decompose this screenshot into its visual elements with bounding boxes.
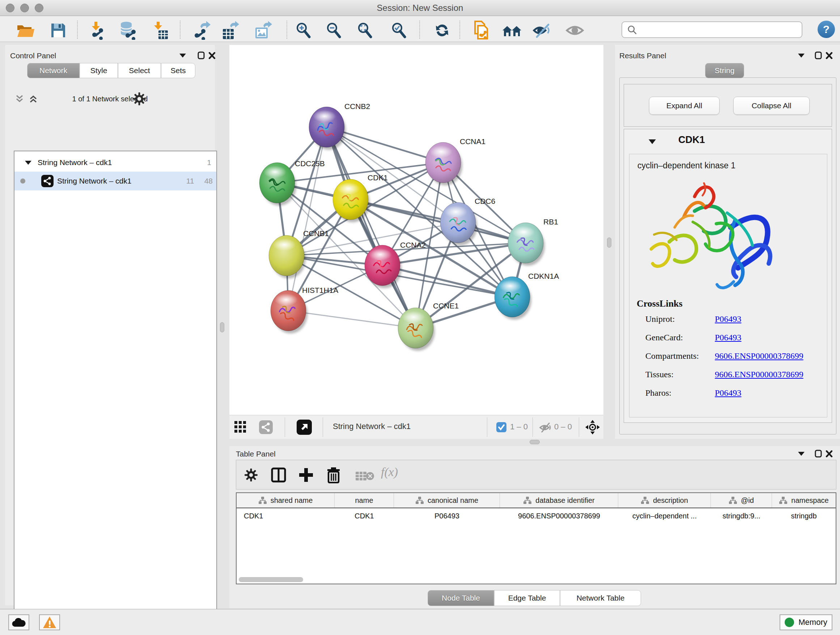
collection-collapse-icon[interactable] [25,160,32,165]
tab-node-table[interactable]: Node Table [428,590,494,606]
hidden-count-badge: 0 – 0 [554,422,572,432]
zoom-out-button[interactable] [324,20,344,41]
results-panel-collapse-icon[interactable] [797,53,805,58]
network-node-CCNA2[interactable]: CCNA2 [365,241,426,288]
network-node-CDKN1A[interactable]: CDKN1A [494,272,559,320]
table-panel-close-icon[interactable] [826,450,833,458]
tab-string[interactable]: String [705,63,744,78]
show-columns-icon[interactable] [271,467,286,483]
cell-namespace[interactable]: stringdb [772,509,836,523]
node-label-CCNA2: CCNA2 [400,241,426,249]
column-header-namespace[interactable]: namespace [772,493,836,508]
gene-collapse-icon[interactable] [648,139,657,144]
cell-id[interactable]: stringdb:9... [711,509,772,523]
duplicate-network-button[interactable] [470,20,491,41]
tab-network-table[interactable]: Network Table [560,590,641,606]
column-label: description [653,496,688,505]
node-label-CDK1: CDK1 [368,173,388,182]
cloud-status-button[interactable] [8,614,29,630]
window-title: Session: New Session [0,3,840,13]
bottom-split-handle[interactable] [530,440,540,444]
network-row[interactable]: String Network – cdk1 11 48 [14,172,216,190]
table-panel-collapse-icon[interactable] [797,451,805,456]
zoom-in-button[interactable] [293,20,314,41]
table-panel-float-icon[interactable] [815,450,822,458]
warnings-button[interactable] [39,614,60,630]
column-header-canonical-name[interactable]: canonical name [394,493,500,508]
left-split-handle[interactable] [220,322,224,333]
birds-eye-navigator-icon[interactable] [584,419,600,435]
collapse-all-button[interactable]: Collapse All [733,97,810,115]
network-node-CCNA1[interactable]: CCNA1 [425,137,485,185]
control-panel-float-icon[interactable] [197,51,205,59]
network-options-gear-icon[interactable] [133,92,146,106]
column-header-description[interactable]: description [618,493,711,508]
import-table-file-button[interactable] [149,20,170,41]
network-node-HIST1H1A[interactable]: HIST1H1A [271,286,338,333]
export-table-button[interactable] [220,20,241,41]
table-settings-gear-icon[interactable] [244,468,258,482]
column-header-shared-name[interactable]: shared name [237,493,335,508]
results-panel-close-icon[interactable] [826,51,833,59]
network-edge-CCNB2-HIST1H1A[interactable] [288,127,327,310]
import-network-database-button[interactable] [117,20,138,41]
table-horizontal-scrollbar[interactable] [239,577,303,582]
network-node-CCNB2[interactable]: CCNB2 [309,102,370,150]
save-session-button[interactable] [48,20,69,41]
hide-selected-button[interactable] [531,20,553,41]
tab-network[interactable]: Network [27,63,80,78]
tab-style[interactable]: Style [80,63,118,78]
delete-table-icon[interactable] [355,470,374,482]
delete-column-trash-icon[interactable] [326,467,341,483]
control-panel-close-icon[interactable] [208,51,216,59]
crosslink-uniprot-link[interactable]: P06493 [715,314,741,324]
zoom-selected-button[interactable] [388,20,409,41]
network-canvas[interactable]: CCNB2CCNA1CDC25BCDK1CDC6RB1CCNB1CCNA2CDK… [229,45,603,415]
export-network-button[interactable] [191,20,212,41]
help-button[interactable]: ? [818,21,835,38]
tab-sets[interactable]: Sets [161,63,195,78]
search-input[interactable] [640,22,802,37]
table-row[interactable]: CDK1 CDK1 P06493 9606.ENSP00000378699 cy… [237,509,836,523]
tab-edge-table[interactable]: Edge Table [494,590,560,606]
cell-name[interactable]: CDK1 [335,509,394,523]
export-image-button[interactable] [253,20,273,41]
grid-view-icon[interactable] [234,421,247,433]
network-edge-CCNB2-CCNE1[interactable] [327,127,416,328]
control-panel-collapse-icon[interactable] [179,53,187,58]
expand-all-button[interactable]: Expand All [649,97,720,115]
cell-description[interactable]: cyclin–dependent ... [618,509,711,523]
crosslink-tissues-link[interactable]: 9606.ENSP00000378699 [715,370,804,379]
results-panel-float-icon[interactable] [815,51,822,59]
crosslink-compartments-link[interactable]: 9606.ENSP00000378699 [715,351,804,361]
column-header-name[interactable]: name [335,493,394,508]
network-node-CDK1[interactable]: CDK1 [333,173,388,222]
right-split-handle[interactable] [607,238,611,248]
network-node-RB1[interactable]: RB1 [508,218,558,266]
crosslink-pharos-link[interactable]: P06493 [715,388,741,398]
open-session-button[interactable] [15,20,36,41]
detach-view-icon[interactable] [297,420,312,435]
collection-count: 1 [207,158,211,167]
share-view-icon[interactable] [259,420,273,434]
refresh-view-button[interactable] [432,20,453,41]
cell-shared-name[interactable]: CDK1 [237,509,335,523]
network-collection-row[interactable]: String Network – cdk1 1 [14,154,216,171]
crosslink-genecard-link[interactable]: P06493 [715,333,741,342]
add-column-icon[interactable] [298,467,314,483]
show-all-button[interactable] [564,20,585,41]
network-graph[interactable]: CCNB2CCNA1CDC25BCDK1CDC6RB1CCNB1CCNA2CDK… [229,45,603,415]
zoom-fit-button[interactable] [355,20,376,41]
home-network-button[interactable] [501,20,523,41]
hidden-eye-icon[interactable] [539,423,551,432]
function-builder-icon[interactable]: f(x) [381,465,398,479]
selected-checkbox-icon[interactable] [496,422,507,432]
column-header-id[interactable]: @id [711,493,772,508]
memory-button[interactable]: Memory [780,614,832,630]
cell-canonical-name[interactable]: P06493 [394,509,500,523]
network-node-CDC6[interactable]: CDC6 [440,197,495,245]
column-header-database-identifier[interactable]: database identifier [500,493,618,508]
cell-database-identifier[interactable]: 9606.ENSP00000378699 [500,509,618,523]
tab-select[interactable]: Select [118,63,161,78]
import-network-file-button[interactable] [87,20,108,41]
